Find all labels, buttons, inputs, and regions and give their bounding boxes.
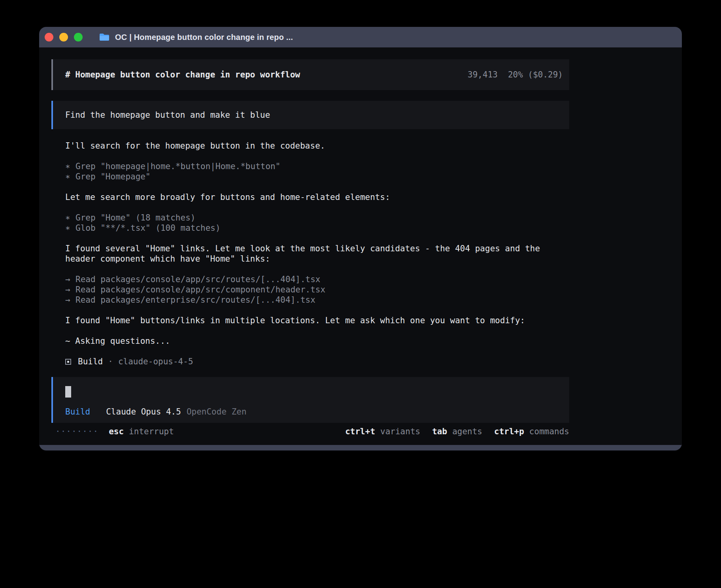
prompt-input[interactable]: Build Claude Opus 4.5 OpenCode Zen [51,377,569,423]
tool-marker-icon: ∗ [65,213,75,223]
input-agent-mode[interactable]: Build [65,407,90,416]
shortcut-key: tab [432,427,447,436]
tool-call-group: ∗ Grep "Home" (18 matches) ∗ Glob "**/*.… [65,213,569,233]
session-stats: 39,413 20% ($0.29) [468,70,563,79]
assistant-paragraph: I found several "Home" links. Let me loo… [65,243,569,264]
arrow-right-icon: → [65,274,75,285]
folder-icon [99,33,110,41]
close-button[interactable] [45,33,53,41]
tool-call-text: Grep "Home" (18 matches) [75,213,195,223]
zoom-button[interactable] [74,33,83,41]
tool-call-glob: ∗ Glob "**/*.tsx" (100 matches) [65,223,569,233]
assistant-paragraph: I'll search for the homepage button in t… [65,141,569,151]
tool-call-group: ∗ Grep "homepage|home.*button|Home.*butt… [65,161,569,182]
tool-call-read: → Read packages/enterprise/src/routes/[.… [65,295,569,305]
shortcut-key: esc [109,427,124,436]
input-model-name[interactable]: Claude Opus 4.5 [106,407,181,416]
spinner-dots: ········ [55,427,98,436]
shortcut-label: interrupt [129,427,174,436]
shortcut-label: agents [452,427,482,436]
shortcut-label: commands [529,427,569,436]
tool-marker-icon: ∗ [65,223,75,233]
tool-call-read: → Read packages/console/app/src/componen… [65,285,569,295]
tool-call-text: Grep "Homepage" [75,172,151,182]
terminal-window: OC | Homepage button color change in rep… [39,27,682,450]
tool-call-text: Glob "**/*.tsx" (100 matches) [75,223,221,233]
shortcut-label: variants [380,427,420,436]
status-bar: ········ esc interrupt ctrl+t variants t… [51,427,569,436]
tool-call-text: Read packages/enterprise/src/routes/[...… [75,295,315,305]
shortcut-hints: ctrl+t variants tab agents ctrl+p comman… [345,427,569,436]
shortcut-interrupt: esc interrupt [109,427,174,436]
context-cost: 20% ($0.29) [508,70,563,79]
titlebar[interactable]: OC | Homepage button color change in rep… [39,27,682,47]
tool-marker-icon: ∗ [65,161,75,172]
user-message: Find the homepage button and make it blu… [51,101,569,129]
window-title: OC | Homepage button color change in rep… [115,33,293,42]
tool-call-text: Read packages/console/app/src/routes/[..… [75,274,321,285]
tool-marker-icon: ∗ [65,172,75,182]
shortcut-commands: ctrl+p commands [494,427,569,436]
tool-call-grep: ∗ Grep "Homepage" [65,172,569,182]
text-cursor[interactable] [65,386,71,398]
shortcut-agents: tab agents [432,427,482,436]
assistant-paragraph: I found "Home" buttons/links in multiple… [65,315,569,326]
shortcut-key: ctrl+t [345,427,375,436]
input-provider-name: OpenCode Zen [187,407,247,416]
agent-model: claude-opus-4-5 [118,356,193,367]
token-count: 39,413 [468,70,498,79]
tool-call-text: Read packages/console/app/src/component/… [75,285,325,295]
session-title: # Homepage button color change in repo w… [65,70,300,79]
agent-status-line: Build · claude-opus-4-5 [65,356,569,367]
content-column: # Homepage button color change in repo w… [51,59,569,436]
tool-call-text: Grep "homepage|home.*button|Home.*button… [75,161,280,172]
minimize-button[interactable] [59,33,68,41]
user-message-text: Find the homepage button and make it blu… [65,110,270,120]
tool-call-read: → Read packages/console/app/src/routes/[… [65,274,569,285]
shortcut-variants: ctrl+t variants [345,427,420,436]
arrow-right-icon: → [65,285,75,295]
separator-dot: · [108,356,113,367]
session-header: # Homepage button color change in repo w… [51,59,569,90]
arrow-right-icon: → [65,295,75,305]
assistant-response: I'll search for the homepage button in t… [51,141,569,367]
input-meta: Build Claude Opus 4.5 OpenCode Zen [65,407,569,416]
shortcut-key: ctrl+p [494,427,524,436]
tool-call-group: → Read packages/console/app/src/routes/[… [65,274,569,305]
tool-call-grep: ∗ Grep "Home" (18 matches) [65,213,569,223]
tool-call-grep: ∗ Grep "homepage|home.*button|Home.*butt… [65,161,569,172]
asking-questions-status: ~ Asking questions... [65,336,569,346]
terminal-content: # Homepage button color change in repo w… [39,47,682,445]
agent-name: Build [78,356,103,367]
agent-build-icon [65,359,71,365]
assistant-paragraph: Let me search more broadly for buttons a… [65,192,569,202]
